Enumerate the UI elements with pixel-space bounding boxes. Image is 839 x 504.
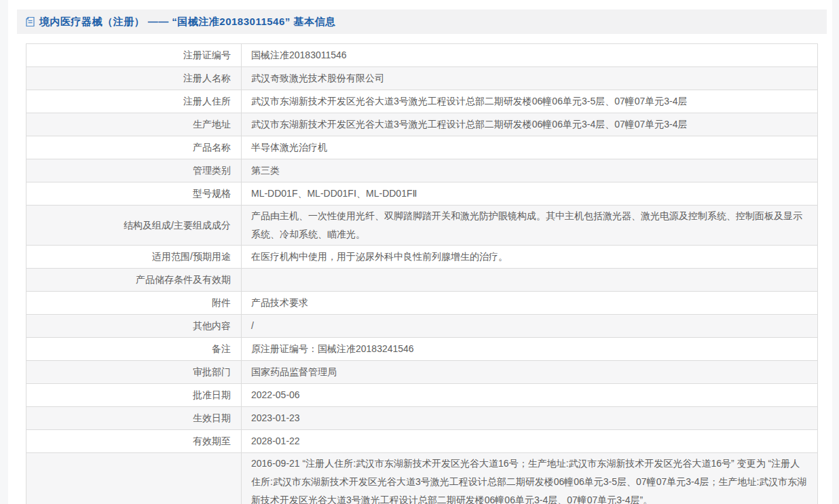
row-label: 批准日期 [26, 384, 242, 407]
table-row: 2016-09-21 “注册人住所:武汉市东湖新技术开发区光谷大道16号；生产地… [26, 453, 818, 504]
table-row: 其他内容/ [26, 315, 818, 338]
row-value: 武汉奇致激光技术股份有限公司 [242, 67, 818, 90]
row-value: 国械注准20183011546 [242, 44, 818, 67]
table-row: 型号规格ML-DD01F、ML-DD01FⅠ、ML-DD01FⅡ [26, 182, 818, 206]
row-value: 国家药品监督管理局 [242, 361, 818, 384]
table-row: 有效期至2028-01-22 [26, 430, 818, 453]
row-value: 产品技术要求 [242, 292, 818, 315]
table-row: 管理类别第三类 [26, 159, 818, 182]
row-value: 半导体激光治疗机 [242, 136, 818, 159]
row-value: 武汉市东湖新技术开发区光谷大道3号激光工程设计总部二期研发楼06幢06单元3-4… [242, 113, 818, 136]
page-container: 境内医疗器械（注册） —— “国械注准20183011546” 基本信息 注册证… [17, 9, 827, 504]
row-label: 生效日期 [26, 407, 242, 430]
page-header: 境内医疗器械（注册） —— “国械注准20183011546” 基本信息 [17, 9, 827, 34]
row-value: / [242, 315, 818, 338]
table-row: 生效日期2023-01-23 [26, 407, 818, 430]
row-value: ML-DD01F、ML-DD01FⅠ、ML-DD01FⅡ [242, 182, 818, 206]
page-right-gutter [832, 0, 839, 504]
table-row: 结构及组成/主要组成成分产品由主机、一次性使用光纤、双脚踏脚踏开关和激光防护眼镜… [26, 206, 818, 246]
row-value: 第三类 [242, 159, 818, 182]
row-label [26, 453, 242, 504]
row-value: 2028-01-22 [242, 430, 818, 453]
row-label: 附件 [26, 292, 242, 315]
row-label: 型号规格 [26, 182, 242, 206]
row-value: 原注册证编号：国械注准20183241546 [242, 338, 818, 361]
table-row: 批准日期2022-05-06 [26, 384, 818, 407]
row-value: 2016-09-21 “注册人住所:武汉市东湖新技术开发区光谷大道16号；生产地… [242, 453, 818, 504]
row-value: 2022-05-06 [242, 384, 818, 407]
row-label: 有效期至 [26, 430, 242, 453]
row-label: 结构及组成/主要组成成分 [26, 206, 242, 246]
table-row: 审批部门国家药品监督管理局 [26, 361, 818, 384]
table-row: 产品名称半导体激光治疗机 [26, 136, 818, 159]
row-label: 注册人住所 [26, 90, 242, 113]
row-label: 产品储存条件及有效期 [26, 269, 242, 292]
row-value: 2023-01-23 [242, 407, 818, 430]
table-row: 附件产品技术要求 [26, 292, 818, 315]
row-label: 审批部门 [26, 361, 242, 384]
row-label: 备注 [26, 338, 242, 361]
row-label: 注册证编号 [26, 44, 242, 67]
row-label: 产品名称 [26, 136, 242, 159]
table-row: 生产地址武汉市东湖新技术开发区光谷大道3号激光工程设计总部二期研发楼06幢06单… [26, 113, 818, 136]
table-row: 备注原注册证编号：国械注准20183241546 [26, 338, 818, 361]
row-value: 产品由主机、一次性使用光纤、双脚踏脚踏开关和激光防护眼镜构成。其中主机包括激光器… [242, 206, 818, 246]
row-value: 武汉市东湖新技术开发区光谷大道3号激光工程设计总部二期研发楼06幢06单元3-5… [242, 90, 818, 113]
table-row: 注册人住所武汉市东湖新技术开发区光谷大道3号激光工程设计总部二期研发楼06幢06… [26, 90, 818, 113]
row-value: 在医疗机构中使用，用于泌尿外科中良性前列腺增生的治疗。 [242, 246, 818, 269]
page-left-gutter [0, 0, 8, 504]
document-icon [25, 16, 35, 27]
registration-table: 注册证编号国械注准20183011546注册人名称武汉奇致激光技术股份有限公司注… [26, 43, 818, 504]
table-row: 注册证编号国械注准20183011546 [26, 44, 818, 67]
row-value [242, 269, 818, 292]
table-row: 产品储存条件及有效期 [26, 269, 818, 292]
row-label: 注册人名称 [26, 67, 242, 90]
table-row: 注册人名称武汉奇致激光技术股份有限公司 [26, 67, 818, 90]
page-title: 境内医疗器械（注册） —— “国械注准20183011546” 基本信息 [39, 16, 335, 28]
registration-table-body: 注册证编号国械注准20183011546注册人名称武汉奇致激光技术股份有限公司注… [26, 44, 818, 504]
row-label: 管理类别 [26, 159, 242, 182]
row-label: 适用范围/预期用途 [26, 246, 242, 269]
row-label: 其他内容 [26, 315, 242, 338]
row-label: 生产地址 [26, 113, 242, 136]
table-row: 适用范围/预期用途在医疗机构中使用，用于泌尿外科中良性前列腺增生的治疗。 [26, 246, 818, 269]
